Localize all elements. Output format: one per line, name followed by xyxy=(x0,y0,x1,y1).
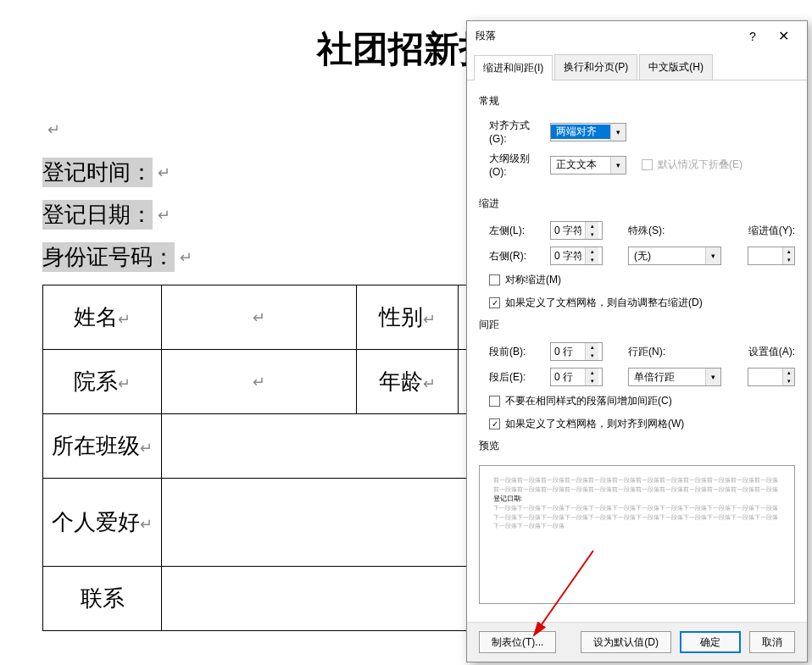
section-preview: 预览 xyxy=(479,439,795,453)
tabs-button[interactable]: 制表位(T)... xyxy=(479,631,556,653)
combo-text: 单倍行距 xyxy=(629,370,705,385)
checkbox-icon xyxy=(642,159,653,170)
spinner-input[interactable] xyxy=(748,250,782,262)
section-spacing: 间距 xyxy=(479,318,795,332)
label-before: 段前(B): xyxy=(489,345,543,359)
combo-text: (无) xyxy=(629,249,705,263)
cancel-button[interactable]: 取消 xyxy=(749,631,795,653)
chevron-down-icon[interactable]: ▾ xyxy=(705,247,720,264)
spinner-setting-val[interactable]: ▴▾ xyxy=(748,368,795,386)
label-special: 特殊(S): xyxy=(628,224,676,238)
spinner-buttons[interactable]: ▴▾ xyxy=(585,222,598,239)
close-button[interactable]: ✕ xyxy=(768,28,798,44)
cell-name-value[interactable]: ↵ xyxy=(162,285,357,350)
row-alignment: 对齐方式(G): 两端对齐 ▾ xyxy=(489,119,795,145)
chk-label: 如果定义了文档网格，则自动调整右缩进(D) xyxy=(505,296,703,310)
spinner-right[interactable]: ▴▾ xyxy=(550,247,603,265)
paragraph-mark: ↵ xyxy=(180,248,192,267)
chk-grid-align[interactable]: ✓ 如果定义了文档网格，则对齐到网格(W) xyxy=(489,417,795,431)
combo-alignment[interactable]: 两端对齐 ▾ xyxy=(550,123,626,141)
cell-contact-label[interactable]: 联系 xyxy=(43,567,162,631)
chevron-down-icon[interactable]: ▾ xyxy=(610,124,626,141)
tab-line-page-breaks[interactable]: 换行和分页(P) xyxy=(554,54,637,80)
cell-gender-label[interactable]: 性别↵ xyxy=(357,285,459,350)
spinner-buttons[interactable]: ▴▾ xyxy=(585,343,598,360)
cell-dept-value[interactable]: ↵ xyxy=(162,350,357,414)
cell-class-label[interactable]: 所在班级↵ xyxy=(43,414,162,479)
row-before: 段前(B): ▴▾ 行距(N): 设置值(A): xyxy=(489,342,795,361)
spinner-buttons[interactable]: ▴▾ xyxy=(782,369,794,385)
spinner-input[interactable] xyxy=(748,371,782,383)
checkbox-icon: ✓ xyxy=(489,418,500,429)
spinner-buttons[interactable]: ▴▾ xyxy=(585,369,598,385)
spinner-before[interactable]: ▴▾ xyxy=(550,342,603,361)
label-left: 左侧(L): xyxy=(489,224,543,238)
row-right-indent: 右侧(R): ▴▾ (无) ▾ ▴▾ xyxy=(489,247,795,265)
chk-collapse[interactable]: 默认情况下折叠(E) xyxy=(642,158,742,172)
ok-button[interactable]: 确定 xyxy=(680,631,741,653)
label-indent-val: 缩进值(Y): xyxy=(748,224,795,238)
chevron-down-icon[interactable]: ▾ xyxy=(705,369,720,385)
combo-text: 正文文本 xyxy=(551,158,610,172)
spinner-input[interactable] xyxy=(551,224,585,236)
label-line-spacing: 行距(N): xyxy=(628,345,676,359)
checkbox-icon xyxy=(489,274,500,285)
checkbox-icon xyxy=(489,396,500,407)
checkbox-icon: ✓ xyxy=(489,297,500,308)
spinner-indent-val[interactable]: ▴▾ xyxy=(748,247,795,265)
field-label: 身份证号码： xyxy=(42,242,175,272)
spinner-input[interactable] xyxy=(551,346,585,357)
chk-label: 对称缩进(M) xyxy=(505,273,561,287)
tab-indent-spacing[interactable]: 缩进和间距(I) xyxy=(474,55,553,80)
combo-special[interactable]: (无) ▾ xyxy=(628,247,721,265)
chk-no-same-style[interactable]: 不要在相同样式的段落间增加间距(C) xyxy=(489,394,795,408)
chk-mirror-indent[interactable]: 对称缩进(M) xyxy=(489,273,795,287)
cell-age-label[interactable]: 年龄↵ xyxy=(357,350,459,414)
spinner-buttons[interactable]: ▴▾ xyxy=(782,247,794,264)
spinner-buttons[interactable]: ▴▾ xyxy=(585,247,598,264)
spinner-left[interactable]: ▴▾ xyxy=(550,221,603,240)
paragraph-mark: ↵ xyxy=(47,121,60,138)
label-collapse: 默认情况下折叠(E) xyxy=(658,158,742,172)
tab-chinese-typography[interactable]: 中文版式(H) xyxy=(639,54,713,80)
combo-outline[interactable]: 正文文本 ▾ xyxy=(550,156,626,175)
dialog-title: 段落 xyxy=(476,29,737,43)
spinner-input[interactable] xyxy=(551,371,585,383)
combo-text: 两端对齐 xyxy=(551,125,610,139)
dialog-button-bar: 制表位(T)... 设为默认值(D) 确定 取消 xyxy=(467,622,807,662)
help-button[interactable]: ? xyxy=(737,30,768,43)
paragraph-mark: ↵ xyxy=(158,206,170,224)
preview-before: 前一段落前一段落前一段落前一段落前一段落前一段落前一段落前一段落前一段落前一段落… xyxy=(493,476,781,494)
chk-label: 如果定义了文档网格，则对齐到网格(W) xyxy=(505,417,684,431)
dialog-titlebar[interactable]: 段落 ? ✕ xyxy=(467,21,807,51)
section-indent: 缩进 xyxy=(479,197,795,211)
chk-grid-indent[interactable]: ✓ 如果定义了文档网格，则自动调整右缩进(D) xyxy=(489,296,795,310)
dialog-tabs: 缩进和间距(I) 换行和分页(P) 中文版式(H) xyxy=(467,51,807,80)
label-after: 段后(E): xyxy=(489,370,543,385)
preview-box: 前一段落前一段落前一段落前一段落前一段落前一段落前一段落前一段落前一段落前一段落… xyxy=(479,465,795,604)
field-label: 登记日期： xyxy=(42,200,153,230)
chevron-down-icon[interactable]: ▾ xyxy=(610,157,626,174)
row-after: 段后(E): ▴▾ 单倍行距 ▾ ▴▾ xyxy=(489,368,795,386)
section-general: 常规 xyxy=(479,94,795,108)
label-alignment: 对齐方式(G): xyxy=(489,119,543,145)
row-outline: 大纲级别(O): 正文文本 ▾ 默认情况下折叠(E) xyxy=(489,152,795,178)
spinner-input[interactable] xyxy=(551,250,585,262)
field-label: 登记时间： xyxy=(42,158,153,187)
paragraph-mark: ↵ xyxy=(158,163,170,182)
label-outline: 大纲级别(O): xyxy=(489,152,543,178)
preview-after: 下一段落下一段落下一段落下一段落下一段落下一段落下一段落下一段落下一段落下一段落… xyxy=(493,504,781,531)
spinner-after[interactable]: ▴▾ xyxy=(550,368,603,386)
combo-line-spacing[interactable]: 单倍行距 ▾ xyxy=(628,368,721,386)
dialog-content: 常规 对齐方式(G): 两端对齐 ▾ 大纲级别(O): 正文文本 ▾ 默认情况下… xyxy=(467,80,807,622)
paragraph-dialog: 段落 ? ✕ 缩进和间距(I) 换行和分页(P) 中文版式(H) 常规 对齐方式… xyxy=(466,20,808,662)
cell-name-label[interactable]: 姓名↵ xyxy=(43,285,162,350)
cell-hobby-label[interactable]: 个人爱好↵ xyxy=(43,479,162,567)
preview-current: 登记日期: xyxy=(493,494,781,504)
label-setting-val: 设置值(A): xyxy=(748,345,795,359)
label-right: 右侧(R): xyxy=(489,249,543,263)
cell-dept-label[interactable]: 院系↵ xyxy=(43,350,162,414)
chk-label: 不要在相同样式的段落间增加间距(C) xyxy=(505,394,672,408)
set-default-button[interactable]: 设为默认值(D) xyxy=(581,631,671,653)
row-left-indent: 左侧(L): ▴▾ 特殊(S): 缩进值(Y): xyxy=(489,221,795,240)
